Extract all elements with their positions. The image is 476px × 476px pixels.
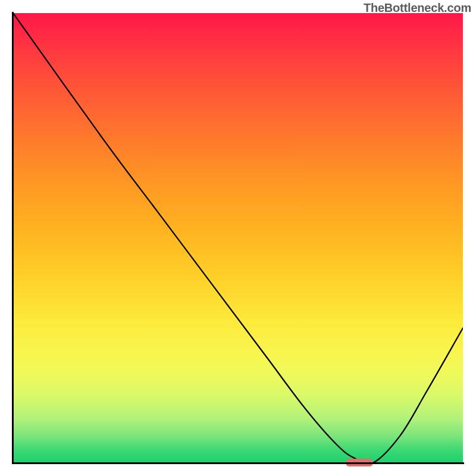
y-axis [12, 12, 14, 464]
bottleneck-chart: TheBottleneck.com [0, 0, 476, 476]
plot-background-gradient [13, 13, 463, 463]
x-axis [12, 462, 464, 464]
